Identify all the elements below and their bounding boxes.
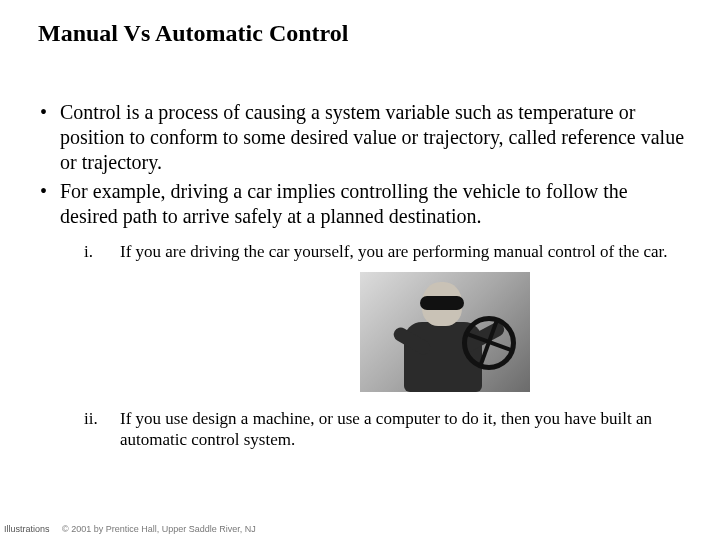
image-container	[200, 272, 690, 397]
footer-lead: Illustrations	[4, 524, 50, 534]
body-content: Control is a process of causing a system…	[38, 100, 690, 460]
bullet-item: Control is a process of causing a system…	[38, 100, 690, 175]
sub-item: i. If you are driving the car yourself, …	[84, 241, 690, 398]
bullet-list: Control is a process of causing a system…	[38, 100, 690, 229]
footer-copyright: © 2001 by Prentice Hall, Upper Saddle Ri…	[62, 524, 256, 534]
slide: Manual Vs Automatic Control Control is a…	[0, 0, 720, 540]
sub-item-text: If you use design a machine, or use a co…	[120, 409, 652, 449]
footer: Illustrations © 2001 by Prentice Hall, U…	[4, 524, 256, 534]
driver-photo	[360, 272, 530, 392]
sub-list: i. If you are driving the car yourself, …	[38, 241, 690, 450]
slide-title: Manual Vs Automatic Control	[38, 20, 348, 47]
list-marker: ii.	[84, 408, 114, 429]
sub-item-text: If you are driving the car yourself, you…	[120, 242, 668, 261]
sub-item: ii. If you use design a machine, or use …	[84, 408, 690, 451]
bullet-item: For example, driving a car implies contr…	[38, 179, 690, 229]
list-marker: i.	[84, 241, 114, 262]
